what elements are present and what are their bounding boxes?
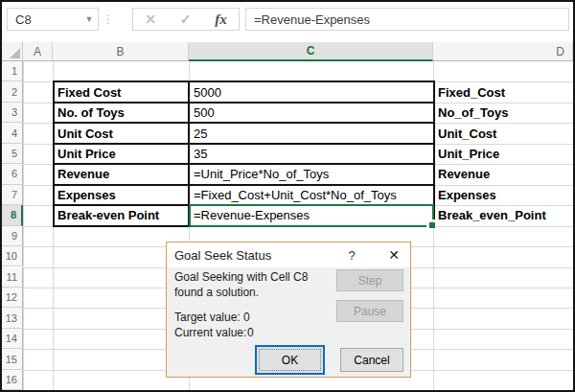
name-box-dropdown-icon[interactable]: ▼: [80, 14, 98, 24]
column-header-label: D: [556, 45, 564, 58]
ok-button-label: OK: [259, 349, 321, 371]
row-header-label: 5: [12, 148, 17, 159]
cell-D2[interactable]: Fixed_Cost: [433, 81, 573, 102]
row-header-10[interactable]: 10: [2, 246, 23, 266]
dialog-message-line1: Goal Seeking with Cell C8: [174, 270, 308, 284]
formula-input[interactable]: =Revenue-Expenses: [245, 8, 569, 31]
cell-C5[interactable]: 35: [189, 144, 433, 164]
row-header-label: 16: [6, 374, 17, 385]
row-header-7[interactable]: 7: [2, 185, 23, 205]
excel-window: C8 ▼ ⋮ ✕ ✓ fx =Revenue-Expenses ABCD1234…: [0, 0, 575, 392]
row-header-label: 11: [7, 271, 17, 283]
row-header-11[interactable]: 11: [2, 267, 23, 288]
row-header-label: 9: [12, 230, 17, 242]
row-header-label: 1: [12, 65, 17, 77]
row-header-12[interactable]: 12: [2, 288, 23, 308]
confirm-entry-icon[interactable]: ✓: [180, 12, 192, 27]
row-header-label: 15: [6, 354, 17, 365]
cell-D8[interactable]: Break_even_Point: [433, 205, 573, 225]
step-button[interactable]: Step: [336, 269, 403, 291]
row-header-label: 2: [12, 86, 17, 98]
cell-D5[interactable]: Unit_Price: [433, 144, 573, 164]
row-header-label: 3: [12, 106, 17, 118]
row-header-8[interactable]: 8: [2, 205, 23, 225]
cell-B4[interactable]: Unit Cost: [53, 123, 189, 143]
column-header-label: A: [34, 45, 41, 58]
row-header-label: 10: [6, 250, 17, 262]
goal-seek-status-dialog: Goal Seek Status ? ✕ Goal Seeking with C…: [166, 242, 411, 378]
row-header-label: 12: [6, 291, 17, 303]
cell-D3[interactable]: No_of_Toys: [433, 103, 573, 123]
row-header-2[interactable]: 2: [2, 81, 23, 102]
cancel-button[interactable]: Cancel: [340, 348, 403, 372]
cell-B3[interactable]: No. of Toys: [53, 103, 189, 123]
cell-C7[interactable]: =Fixed_Cost+Unit_Cost*No_of_Toys: [189, 185, 433, 205]
dialog-message-line2: found a solution.: [174, 286, 259, 299]
dialog-close-icon[interactable]: ✕: [380, 243, 408, 266]
column-header-label: C: [307, 44, 315, 58]
formula-text: =Revenue-Expenses: [246, 12, 370, 27]
target-value-label: Target value:: [174, 311, 241, 324]
row-header-5[interactable]: 5: [2, 144, 23, 164]
row-header-label: 13: [6, 312, 17, 324]
cell-B6[interactable]: Revenue: [53, 164, 189, 184]
cell-C4[interactable]: 25: [189, 123, 433, 143]
cell-C8[interactable]: =Revenue-Expenses: [189, 205, 433, 225]
current-value-label: Current value:: [174, 326, 246, 339]
name-box-value: C8: [8, 12, 80, 27]
row-header-14[interactable]: 14: [2, 329, 23, 349]
cell-D6[interactable]: Revenue: [433, 164, 573, 184]
column-header-D[interactable]: D: [433, 42, 573, 61]
gridline: [23, 61, 24, 390]
cell-C3[interactable]: 500: [189, 103, 433, 123]
column-header-label: B: [116, 45, 124, 58]
column-header-C[interactable]: C: [189, 42, 433, 61]
select-all-triangle-icon: [10, 48, 20, 58]
ok-button[interactable]: OK: [255, 345, 325, 375]
row-header-15[interactable]: 15: [2, 349, 23, 369]
cell-B8[interactable]: Break-even Point: [53, 205, 189, 225]
row-header-16[interactable]: 16: [2, 370, 23, 390]
row-header-3[interactable]: 3: [2, 103, 23, 123]
row-header-label: 8: [11, 209, 16, 220]
pause-button[interactable]: Pause: [336, 300, 403, 322]
cell-C2[interactable]: 5000: [189, 81, 433, 102]
row-header-label: 6: [12, 168, 17, 179]
current-value: 0: [247, 326, 254, 339]
insert-function-icon[interactable]: fx: [215, 12, 227, 28]
formula-bar-separator-icon: ⋮: [100, 8, 117, 31]
row-header-label: 14: [6, 333, 17, 344]
row-header-label: 4: [12, 127, 17, 139]
cell-D4[interactable]: Unit_Cost: [433, 123, 573, 143]
column-header-A[interactable]: A: [23, 42, 53, 61]
name-box[interactable]: C8 ▼: [7, 8, 99, 31]
target-value: 0: [243, 311, 250, 324]
row-header-6[interactable]: 6: [2, 164, 23, 184]
row-header-1[interactable]: 1: [2, 61, 23, 81]
dialog-title: Goal Seek Status: [167, 248, 337, 263]
row-header-13[interactable]: 13: [2, 308, 23, 328]
cell-B7[interactable]: Expenses: [53, 185, 189, 205]
cell-D7[interactable]: Expenses: [433, 185, 573, 205]
formula-bar-buttons: ✕ ✓ fx: [132, 8, 240, 31]
gridline: [23, 226, 573, 227]
cell-B2[interactable]: Fixed Cost: [53, 81, 189, 102]
dialog-help-button[interactable]: ?: [337, 243, 366, 266]
row-header-4[interactable]: 4: [2, 123, 23, 143]
cell-B5[interactable]: Unit Price: [53, 144, 189, 164]
row-header-label: 7: [12, 189, 17, 200]
row-header-9[interactable]: 9: [2, 226, 23, 246]
column-header-B[interactable]: B: [53, 42, 189, 61]
cancel-entry-icon[interactable]: ✕: [145, 12, 156, 27]
dialog-title-bar[interactable]: Goal Seek Status ? ✕: [167, 242, 410, 267]
select-all-button[interactable]: [2, 42, 23, 61]
cell-C6[interactable]: =Unit_Price*No_of_Toys: [189, 164, 433, 184]
